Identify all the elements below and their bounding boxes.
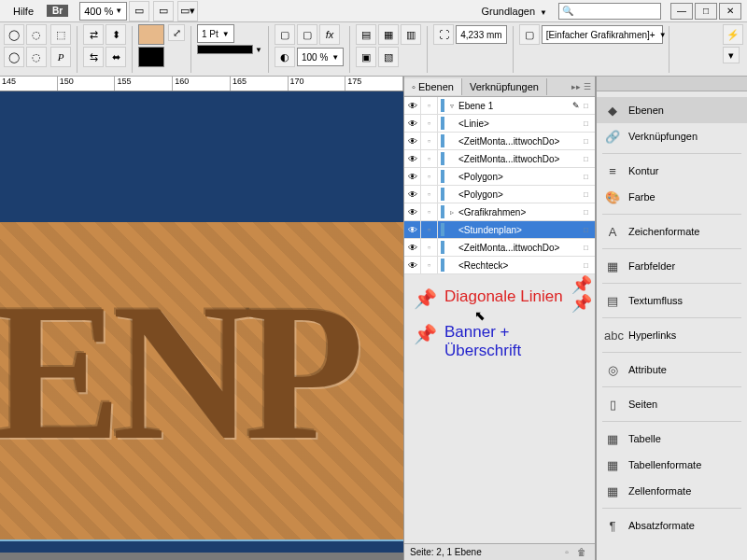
panel-item-tabellenformate[interactable]: ▦Tabellenformate [597,452,747,478]
target-icon[interactable]: □ [584,261,595,270]
target-icon[interactable]: □ [584,244,595,252]
maximize-button[interactable]: □ [695,3,717,20]
tool-icon[interactable]: ◌ [26,47,47,67]
align-icon[interactable]: ⬍ [106,24,126,45]
quick-apply-icon[interactable]: ⚡ [723,24,743,45]
layer-row[interactable]: 👁▫▹<Grafikrahmen>□ [404,203,595,221]
panel-item-textumfluss[interactable]: ▤Textumfluss [597,287,747,314]
panel-item-tabelle[interactable]: ▦Tabelle [597,426,747,452]
target-icon[interactable]: □ [584,155,595,163]
lock-icon[interactable]: ▫ [421,186,438,203]
target-icon[interactable]: □ [584,102,595,110]
tool-icon[interactable]: ◯ [4,47,24,67]
align-icon[interactable]: ⇄ [83,24,104,45]
panel-item-hyperlinks[interactable]: abcHyperlinks [597,322,747,348]
textwrap-icon[interactable]: ▧ [378,47,399,67]
layer-row[interactable]: 👁▫<Polygon>□ [404,168,595,186]
textwrap-icon[interactable]: ▦ [378,24,399,45]
eye-icon[interactable]: 👁 [404,115,421,132]
corner-icon[interactable]: ▢ [297,24,317,45]
document-canvas[interactable]: 145150155 160165170 175 ENP [0,77,403,560]
eye-icon[interactable]: 👁 [404,257,421,273]
layer-row[interactable]: 👁▫<Linie>□ [404,115,595,133]
zoom-combo[interactable]: 400 % ▼ [79,2,127,21]
crop-icon[interactable]: ⛶ [433,24,454,45]
textwrap-icon[interactable]: ▣ [356,47,376,67]
lock-icon[interactable]: ▫ [421,97,438,114]
view-mode-icon[interactable]: ▭ [129,1,149,21]
tab-layers[interactable]: ◦ Ebenen [404,78,462,95]
stroke-swatch[interactable] [138,47,164,67]
panel-item-farbfelder[interactable]: ▦Farbfelder [597,253,747,279]
tool-icon[interactable]: ◌ [26,24,47,45]
opacity-icon[interactable]: ◐ [275,47,295,67]
layer-row[interactable]: 👁▫<Rechteck>□ [404,257,595,274]
minimize-button[interactable]: — [670,3,693,20]
lock-icon[interactable]: ▫ [421,221,438,238]
panel-item-kontur[interactable]: ≡Kontur [597,158,747,184]
bridge-button[interactable]: Br [47,5,68,17]
panel-item-farbe[interactable]: 🎨Farbe [597,184,747,210]
collapse-icon[interactable]: ▸▸ [571,82,581,91]
target-icon[interactable]: □ [584,208,595,217]
lock-icon[interactable]: ▫ [421,239,438,256]
panel-menu-icon[interactable]: ☰ [584,82,591,91]
stroke-weight-combo[interactable]: 1 Pt▼ [197,24,234,43]
layer-row[interactable]: 👁▫<Polygon>□ [404,186,595,203]
lock-icon[interactable]: ▫ [421,115,438,132]
lock-icon[interactable]: ▫ [421,168,438,185]
eye-icon[interactable]: 👁 [404,133,421,149]
eye-icon[interactable]: 👁 [404,168,421,185]
layer-row[interactable]: 👁▫<ZeitMonta...ittwochDo>□ [404,239,595,257]
panel-item-zellenformate[interactable]: ▦Zellenformate [597,478,747,504]
eye-icon[interactable]: 👁 [404,97,421,114]
textwrap-icon[interactable]: ▤ [356,24,376,45]
layer-row[interactable]: 👁▫<ZeitMonta...ittwochDo>□ [404,150,595,168]
frame-icon[interactable]: ▢ [519,24,540,45]
panel-grip[interactable] [597,77,747,91]
panel-item-zeichenformate[interactable]: AZeichenformate [597,218,747,245]
tool-icon[interactable]: ◯ [4,24,24,45]
lock-icon[interactable]: ▫ [421,203,438,220]
workspace-dropdown[interactable]: Grundlagen ▼ [476,6,553,17]
panel-item-seiten[interactable]: ▯Seiten [597,391,747,417]
panel-menu-icon[interactable]: ▾ [723,47,740,63]
eye-icon[interactable]: 👁 [404,221,421,238]
search-input[interactable]: 🔍 [558,3,661,20]
panel-item-verknüpfungen[interactable]: 🔗Verknüpfungen [597,123,747,149]
target-icon[interactable]: □ [584,173,595,181]
menu-help[interactable]: Hilfe [6,6,41,17]
opacity-combo[interactable]: 100 %▼ [297,48,344,66]
target-icon[interactable]: □ [584,190,595,199]
fill-swatch[interactable] [138,24,164,45]
layer-row-root[interactable]: 👁 ▫ ▿ Ebene 1 ✎ □ [404,97,595,115]
tab-links[interactable]: Verknüpfungen [462,78,547,95]
panel-item-ebenen[interactable]: ◆Ebenen [597,97,747,123]
measure-field[interactable]: 4,233 mm [456,25,506,44]
align-icon[interactable]: ⬌ [106,47,126,67]
new-layer-icon[interactable]: ▫ [559,547,574,557]
target-icon[interactable]: □ [584,137,595,146]
layer-row-selected[interactable]: 👁▫<Stundenplan>□ [404,221,595,239]
corner-icon[interactable]: ▢ [275,24,295,45]
lock-icon[interactable]: ▫ [421,257,438,273]
arrange-icon[interactable]: ▭▾ [177,1,198,21]
panel-item-absatzformate[interactable]: ¶Absatzformate [597,512,747,539]
stroke-style[interactable] [197,45,253,54]
lock-icon[interactable]: ▫ [421,150,438,167]
target-icon[interactable]: □ [584,226,595,234]
screen-mode-icon[interactable]: ▭ [153,1,174,21]
textwrap-icon[interactable]: ▥ [401,24,421,45]
disclosure-icon[interactable]: ▹ [447,208,457,217]
frame-fitting-combo[interactable]: [Einfacher Grafikrahmen]+▼ [542,25,663,44]
swap-colors-icon[interactable]: ⤢ [168,24,185,41]
target-icon[interactable]: □ [584,119,595,128]
paragraph-icon[interactable]: P [50,47,71,67]
eye-icon[interactable]: 👁 [404,186,421,203]
eye-icon[interactable]: 👁 [404,150,421,167]
disclosure-icon[interactable]: ▿ [447,102,457,110]
eye-icon[interactable]: 👁 [404,239,421,256]
layer-row[interactable]: 👁▫<ZeitMonta...ittwochDo>□ [404,133,595,150]
trash-icon[interactable]: 🗑 [574,547,589,557]
eye-icon[interactable]: 👁 [404,203,421,220]
